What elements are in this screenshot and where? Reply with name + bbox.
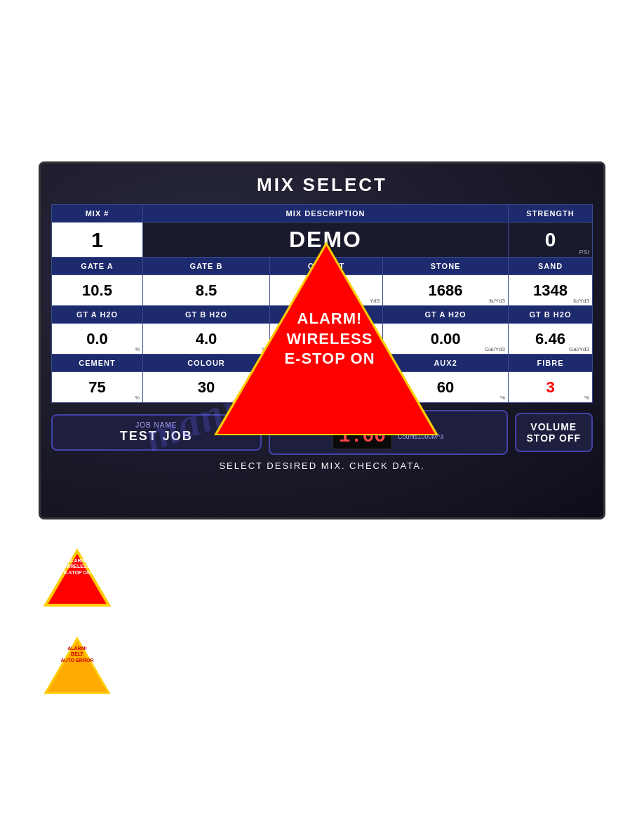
alarm-small-text-belt: ALARM! BELT AUTO ERROR [48, 646, 107, 663]
wireless-alarm-icon [42, 548, 112, 609]
alarm-small-belt [42, 635, 112, 696]
sand-value[interactable]: 1348 lb/Yd3 [509, 275, 593, 306]
col-cement2: CEMENT [52, 355, 143, 372]
gt-b-h2o2-value[interactable]: 6.46 Gal/Yd3 [509, 324, 593, 355]
cement2-value[interactable]: 75 % [52, 372, 143, 403]
col-strength: STRENGTH [509, 205, 593, 223]
col-gt-a-h2o: GT A H2O [52, 306, 143, 324]
header-row-1: MIX # MIX DESCRIPTION STRENGTH [52, 205, 593, 223]
status-text: SELECT DESIRED MIX. CHECK DATA. [51, 461, 593, 471]
alarm-small-text-wireless: ALARM! WIRELESS E-STOP ON [48, 558, 107, 576]
gate-a-value[interactable]: 10.5 [52, 275, 143, 306]
col-gt-b-h2o2: GT B H2O [509, 306, 593, 324]
volume-stop-button[interactable]: VOLUMESTOP OFF [515, 413, 593, 452]
mix-number[interactable]: 1 [52, 223, 143, 258]
col-fibre: FIBRE [509, 355, 593, 372]
alarm-text-large: ALARM! WIRELESS E-STOP ON [260, 309, 400, 369]
col-sand: SAND [509, 258, 593, 275]
fibre-value[interactable]: 3 % [509, 372, 593, 403]
alarm-small-wireless [42, 548, 112, 609]
strength-value: 0 PSI [509, 223, 593, 258]
panel-title: MIX SELECT [51, 174, 593, 196]
col-mix-num: MIX # [52, 205, 143, 223]
col-gate-a: GATE A [52, 258, 143, 275]
gt-a-h2o-value[interactable]: 0.0 % [52, 324, 143, 355]
col-mix-desc: MIX DESCRIPTION [143, 205, 509, 223]
belt-alarm-icon [42, 635, 112, 696]
volume-stop-label: VOLUMESTOP OFF [527, 421, 582, 444]
